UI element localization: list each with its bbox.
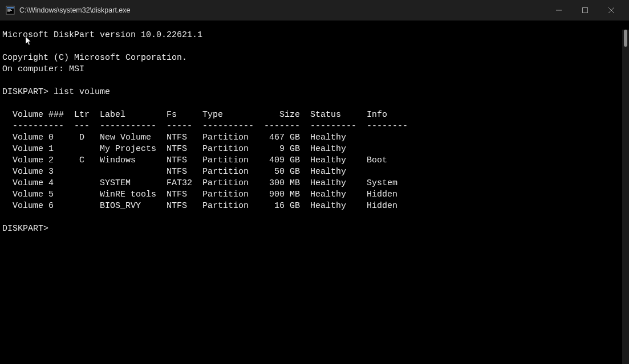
svg-rect-2 — [7, 9, 11, 10]
close-button[interactable] — [598, 0, 624, 21]
titlebar: C:\Windows\system32\diskpart.exe — [0, 0, 629, 21]
app-icon — [6, 6, 15, 15]
scrollbar-thumb[interactable] — [624, 30, 627, 47]
svg-rect-3 — [7, 10, 12, 11]
maximize-button[interactable] — [572, 0, 598, 21]
scrollbar[interactable] — [622, 30, 629, 364]
window-controls — [546, 0, 624, 21]
svg-rect-1 — [7, 7, 14, 9]
window-title: C:\Windows\system32\diskpart.exe — [19, 6, 546, 14]
terminal-output: Microsoft DiskPart version 10.0.22621.1 … — [2, 30, 622, 364]
minimize-button[interactable] — [546, 0, 572, 21]
svg-rect-4 — [7, 11, 10, 12]
svg-rect-6 — [583, 8, 588, 13]
terminal-area[interactable]: Microsoft DiskPart version 10.0.22621.1 … — [0, 21, 629, 364]
